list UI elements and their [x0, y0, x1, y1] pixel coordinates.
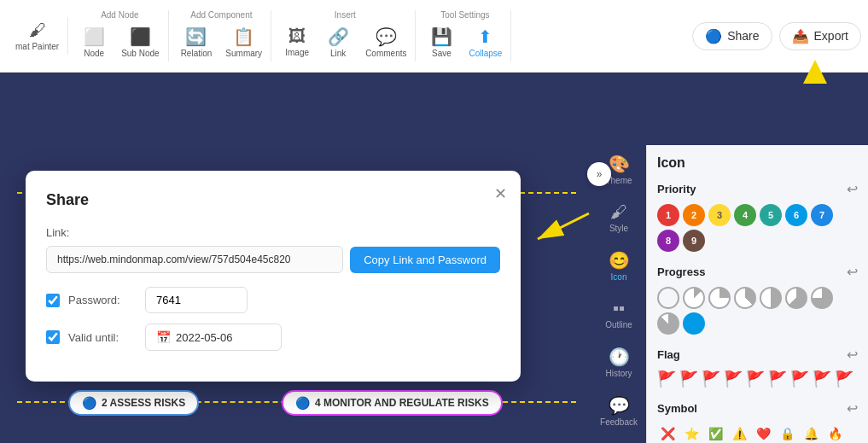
symbol-heart[interactable]: ❤️	[753, 423, 773, 443]
priority-2[interactable]: 2	[683, 204, 705, 226]
flag-lightblue[interactable]: 🚩	[768, 370, 787, 388]
flag-header: Flag ↩	[657, 347, 858, 363]
flag-orange[interactable]: 🚩	[679, 370, 698, 388]
sidebar-item-history[interactable]: 🕐 History	[591, 338, 646, 387]
priority-6[interactable]: 6	[785, 204, 807, 226]
priority-3[interactable]: 3	[708, 204, 731, 226]
flag-blue[interactable]: 🚩	[790, 370, 809, 388]
save-button[interactable]: 💾 Save	[422, 23, 460, 61]
progress-section: Progress ↩	[657, 264, 858, 335]
tool-settings-label: Tool Settings	[440, 10, 489, 20]
sidebar-item-style[interactable]: 🖌 Style	[591, 194, 646, 242]
progress-reset-button[interactable]: ↩	[847, 264, 858, 280]
progress-5[interactable]	[785, 287, 807, 309]
priority-reset-button[interactable]: ↩	[847, 181, 858, 197]
password-field-label: Password:	[68, 294, 137, 306]
flag-purple[interactable]: 🚩	[835, 370, 853, 388]
priority-section: Priority ↩ 1 2 3 4 5 6 7 8 9	[657, 181, 858, 252]
feedback-icon: 💬	[609, 395, 630, 416]
progress-8[interactable]	[683, 312, 705, 335]
symbol-reset-button[interactable]: ↩	[847, 400, 858, 417]
flag-green[interactable]: 🚩	[724, 370, 743, 388]
priority-8[interactable]: 8	[657, 230, 679, 252]
style-icon: 🖌	[610, 202, 627, 222]
priority-5[interactable]: 5	[760, 204, 782, 226]
relation-button[interactable]: 🔄 Relation	[176, 23, 218, 61]
node-label: Node	[84, 49, 104, 58]
link-row: Copy Link and Password	[46, 246, 500, 273]
export-button[interactable]: 📤 Export	[779, 22, 861, 50]
password-checkbox[interactable]	[46, 294, 60, 307]
save-icon: 💾	[431, 26, 452, 47]
priority-4[interactable]: 4	[734, 204, 756, 226]
priority-9[interactable]: 9	[683, 230, 705, 252]
valid-checkbox[interactable]	[46, 330, 60, 344]
link-button[interactable]: 🔗 Link	[319, 23, 357, 61]
format-painter-button[interactable]: 🖌 mat Painter	[10, 17, 64, 55]
priority-grid: 1 2 3 4 5 6 7 8 9	[657, 204, 858, 252]
summary-button[interactable]: 📋 Summary	[220, 23, 267, 61]
progress-label: Progress	[657, 265, 705, 278]
style-label: Style	[609, 224, 628, 233]
calendar-icon: 📅	[156, 330, 171, 344]
icon-nav-label: Icon	[611, 272, 627, 282]
outline-icon: ▪▪	[613, 299, 625, 318]
symbol-x[interactable]: ❌	[657, 423, 678, 443]
flag-yellow[interactable]: 🚩	[702, 370, 720, 388]
flag-reset-button[interactable]: ↩	[847, 347, 858, 363]
flag-teal[interactable]: 🚩	[746, 370, 765, 388]
export-arrow	[803, 60, 827, 84]
panel-title: Icon	[657, 155, 858, 171]
modal-close-button[interactable]: ✕	[494, 184, 507, 203]
progress-2[interactable]	[708, 287, 731, 309]
history-icon: 🕐	[609, 347, 630, 367]
symbol-section: Symbol ↩ ❌ ⭐ ✅ ⚠️ ❤️ 🔒 🔔 🔥 📞 ✖ 🔵 🏁 🎵 🔤 ❓…	[657, 400, 858, 443]
progress-7[interactable]	[657, 312, 679, 335]
progress-6[interactable]	[811, 287, 833, 309]
link-input[interactable]	[46, 246, 343, 273]
collapse-button[interactable]: ⬆ Collapse	[463, 23, 507, 61]
progress-1[interactable]	[683, 287, 705, 309]
date-input[interactable]: 📅 2022-05-06	[145, 324, 282, 351]
right-panel: Icon Priority ↩ 1 2 3 4 5 6 7 8 9 Progre…	[646, 145, 868, 443]
priority-header: Priority ↩	[657, 181, 858, 197]
image-button[interactable]: 🖼 Image	[278, 23, 316, 61]
flag-grid: 🚩 🚩 🚩 🚩 🚩 🚩 🚩 🚩 🚩	[657, 370, 858, 388]
node-button[interactable]: ⬜ Node	[75, 23, 113, 61]
modal-title: Share	[46, 191, 500, 209]
valid-row: Valid until: 📅 2022-05-06	[46, 324, 500, 351]
password-input[interactable]	[145, 287, 248, 313]
symbol-bell[interactable]: 🔔	[801, 423, 821, 443]
sidebar-item-feedback[interactable]: 💬 Feedback	[591, 387, 646, 435]
sidebar-item-icon[interactable]: 😊 Icon	[591, 242, 646, 290]
export-icon: 📤	[792, 28, 809, 44]
comments-button[interactable]: 💬 Comments	[360, 23, 411, 61]
share-button[interactable]: 🔵 Share	[692, 22, 772, 50]
symbol-star[interactable]: ⭐	[681, 423, 702, 443]
share-arrow	[529, 205, 597, 259]
progress-3[interactable]	[734, 287, 756, 309]
sub-node-button[interactable]: ⬛ Sub Node	[116, 23, 164, 61]
sidebar-item-outline[interactable]: ▪▪ Outline	[591, 290, 646, 338]
priority-1[interactable]: 1	[657, 204, 679, 226]
copy-link-button[interactable]: Copy Link and Password	[350, 247, 500, 273]
symbol-warning[interactable]: ⚠️	[729, 423, 749, 443]
priority-7[interactable]: 7	[811, 204, 833, 226]
collapse-icon: ⬆	[478, 26, 492, 47]
share-icon: 🔵	[705, 28, 722, 44]
save-label: Save	[432, 49, 451, 58]
symbol-grid: ❌ ⭐ ✅ ⚠️ ❤️ 🔒 🔔 🔥 📞 ✖ 🔵 🏁 🎵 🔤 ❓ 📧 🏷 📶	[657, 423, 858, 443]
progress-4[interactable]	[760, 287, 782, 309]
symbol-check[interactable]: ✅	[705, 423, 725, 443]
symbol-lock[interactable]: 🔒	[777, 423, 797, 443]
flag-red[interactable]: 🚩	[657, 370, 676, 388]
comments-icon: 💬	[376, 26, 397, 47]
link-field-label: Link:	[46, 226, 500, 239]
symbol-fire[interactable]: 🔥	[824, 423, 845, 443]
flag-indigo[interactable]: 🚩	[813, 370, 831, 388]
flag-section: Flag ↩ 🚩 🚩 🚩 🚩 🚩 🚩 🚩 🚩 🚩	[657, 347, 858, 388]
progress-0[interactable]	[657, 287, 679, 309]
toolbar: 🖌 mat Painter Add Node ⬜ Node ⬛ Sub Node…	[0, 0, 868, 73]
image-label: Image	[285, 48, 309, 57]
priority-label: Priority	[657, 183, 696, 195]
